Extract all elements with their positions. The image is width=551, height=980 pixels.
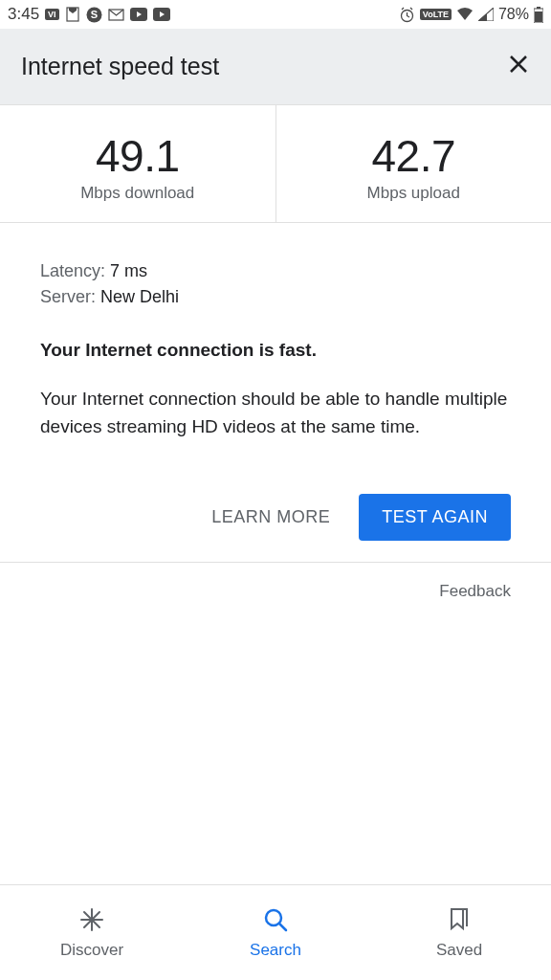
server-line: Server: New Delhi <box>40 287 511 307</box>
summary-desc: Your Internet connection should be able … <box>40 386 511 440</box>
upload-cell: 42.7 Mbps upload <box>276 105 552 222</box>
search-icon <box>262 906 289 933</box>
server-value: New Delhi <box>100 287 179 306</box>
status-bar: 3:45 VI S VoLTE 78% <box>0 0 551 29</box>
app-icon-1: VI <box>45 9 59 20</box>
download-value: 49.1 <box>10 130 266 182</box>
wifi-icon <box>456 8 474 21</box>
status-time: 3:45 <box>8 5 39 24</box>
nav-saved-label: Saved <box>436 941 482 960</box>
speed-results: 49.1 Mbps download 42.7 Mbps upload <box>0 105 551 223</box>
nav-search-label: Search <box>250 941 301 960</box>
nav-search[interactable]: Search <box>184 885 367 980</box>
latency-line: Latency: 7 ms <box>40 261 511 281</box>
saved-icon <box>446 906 473 933</box>
test-again-button[interactable]: TEST AGAIN <box>359 494 511 541</box>
youtube-icon-2 <box>153 8 170 21</box>
nav-saved[interactable]: Saved <box>367 885 551 980</box>
feedback-link[interactable]: Feedback <box>0 563 551 620</box>
svg-text:S: S <box>90 9 97 20</box>
header: Internet speed test <box>0 29 551 105</box>
close-icon[interactable] <box>507 53 530 80</box>
details-section: Latency: 7 ms Server: New Delhi Your Int… <box>0 223 551 467</box>
learn-more-button[interactable]: LEARN MORE <box>211 507 330 527</box>
battery-icon <box>534 7 543 23</box>
action-row: LEARN MORE TEST AGAIN <box>0 467 551 562</box>
nav-discover[interactable]: Discover <box>0 885 184 980</box>
skype-icon: S <box>86 7 102 23</box>
battery-percent: 78% <box>498 6 529 23</box>
download-label: Mbps download <box>10 184 266 203</box>
svg-rect-9 <box>535 11 542 22</box>
volte-icon: VoLTE <box>420 9 452 20</box>
download-cell: 49.1 Mbps download <box>0 105 276 222</box>
youtube-icon-1 <box>130 8 147 21</box>
latency-label: Latency: <box>40 261 105 280</box>
gmail-icon <box>108 7 124 23</box>
server-label: Server: <box>40 287 96 306</box>
nav-discover-label: Discover <box>60 941 123 960</box>
upload-label: Mbps upload <box>286 184 542 203</box>
summary-title: Your Internet connection is fast. <box>40 340 511 361</box>
alarm-icon <box>399 7 415 23</box>
latency-value: 7 ms <box>110 261 147 280</box>
upload-value: 42.7 <box>286 130 542 182</box>
app-icon-2 <box>65 7 80 22</box>
bottom-nav: Discover Search Saved <box>0 884 551 980</box>
page-title: Internet speed test <box>21 53 219 80</box>
discover-icon <box>78 906 105 933</box>
signal-icon <box>478 8 494 21</box>
